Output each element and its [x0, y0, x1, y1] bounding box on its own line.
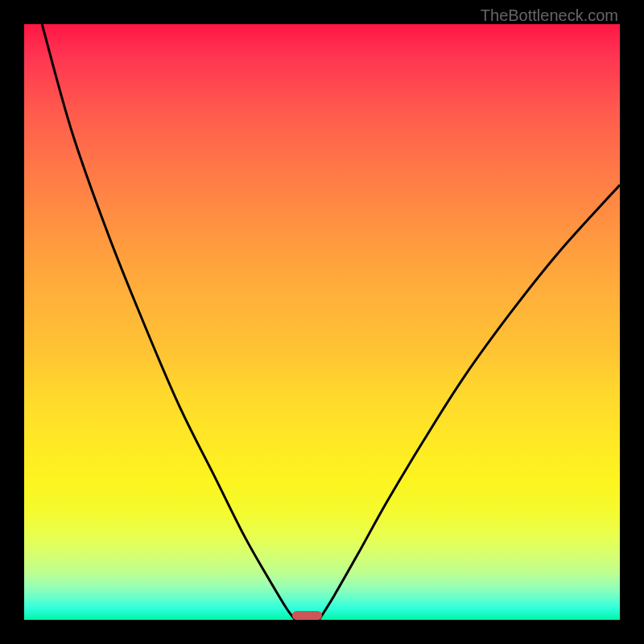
- curve-right-segment: [319, 185, 620, 620]
- watermark-text: TheBottleneck.com: [481, 6, 618, 25]
- chart-plot-area: [24, 24, 620, 620]
- bottleneck-curve: [24, 24, 620, 620]
- optimal-range-marker: [292, 611, 322, 620]
- curve-left-segment: [42, 24, 295, 620]
